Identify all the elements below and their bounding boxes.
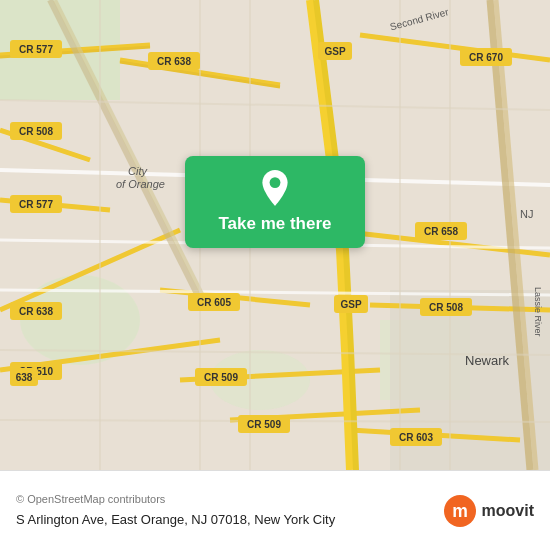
map-pin-icon xyxy=(257,170,293,206)
svg-text:CR 509: CR 509 xyxy=(247,419,281,430)
osm-credit: © OpenStreetMap contributors xyxy=(16,492,335,507)
moovit-text: moovit xyxy=(482,502,534,520)
svg-text:CR 577: CR 577 xyxy=(19,44,53,55)
svg-text:Lassie River: Lassie River xyxy=(533,287,543,337)
svg-text:City: City xyxy=(128,165,148,177)
moovit-icon: m xyxy=(444,495,476,527)
svg-text:of Orange: of Orange xyxy=(116,178,165,190)
svg-text:CR 670: CR 670 xyxy=(469,52,503,63)
take-me-there-button[interactable]: Take me there xyxy=(185,156,365,248)
svg-point-74 xyxy=(270,177,281,188)
moovit-logo: m moovit xyxy=(444,495,534,527)
svg-text:CR 508: CR 508 xyxy=(429,302,463,313)
svg-text:638: 638 xyxy=(16,372,33,383)
svg-text:CR 577: CR 577 xyxy=(19,199,53,210)
svg-text:GSP: GSP xyxy=(324,46,345,57)
svg-text:CR 638: CR 638 xyxy=(157,56,191,67)
svg-text:GSP: GSP xyxy=(340,299,361,310)
address-info: © OpenStreetMap contributors S Arlington… xyxy=(16,492,335,529)
bottom-bar: © OpenStreetMap contributors S Arlington… xyxy=(0,470,550,550)
svg-text:m: m xyxy=(452,500,468,520)
svg-text:CR 508: CR 508 xyxy=(19,126,53,137)
svg-text:CR 603: CR 603 xyxy=(399,432,433,443)
svg-text:CR 509: CR 509 xyxy=(204,372,238,383)
svg-text:CR 658: CR 658 xyxy=(424,226,458,237)
svg-text:CR 605: CR 605 xyxy=(197,297,231,308)
svg-text:CR 638: CR 638 xyxy=(19,306,53,317)
map-container: CR 577 CR 638 GSP CR 670 CR 508 CR 577 C… xyxy=(0,0,550,470)
button-label: Take me there xyxy=(218,214,331,234)
svg-text:NJ: NJ xyxy=(520,208,533,220)
svg-text:Newark: Newark xyxy=(465,353,510,368)
address: S Arlington Ave, East Orange, NJ 07018, … xyxy=(16,512,335,527)
